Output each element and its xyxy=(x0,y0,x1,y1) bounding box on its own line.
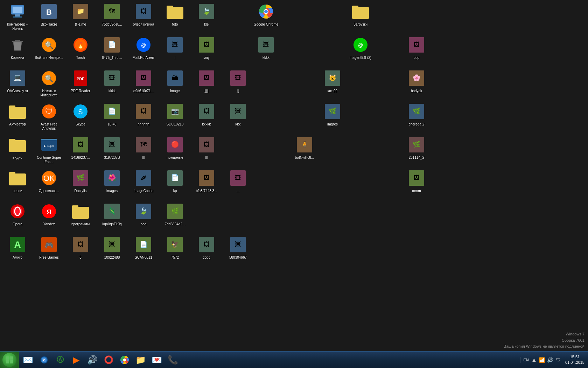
desktop-icon-continue[interactable]: ▶ Super Continue Super Fas... xyxy=(33,135,65,165)
svg-text:🖼: 🖼 xyxy=(140,74,147,81)
desktop-icon-261114[interactable]: 🌿 261114_2 xyxy=(401,135,432,161)
taskbar-skype[interactable]: 📞 xyxy=(165,353,181,367)
icon-label-opera: Opera xyxy=(13,222,22,226)
clock-area[interactable]: 15:51 01.04.2015 xyxy=(562,354,588,365)
desktop-icon-chereda2[interactable]: 🌿 chereda 2 xyxy=(401,102,432,128)
desktop-icon-imgres[interactable]: 🌿 imgres xyxy=(317,102,348,128)
desktop-icon-6475[interactable]: 📄 6475_Trifol... xyxy=(96,35,128,61)
desktop-icon-kqn0qh[interactable]: 🦎 kqn0qhTlKlg xyxy=(96,202,128,228)
desktop-icon-7dd3894d2[interactable]: 🌿 7dd3894d2... xyxy=(159,202,191,228)
desktop-icon-sdc10210[interactable]: 📷 SDC10210 xyxy=(159,102,191,128)
desktop-icon-lll[interactable]: 🗺 lll xyxy=(128,135,159,161)
desktop-icon-kkkk-img[interactable]: 🖼 kkkk xyxy=(250,35,282,61)
desktop-icon-7572[interactable]: 🦅 7572 xyxy=(159,235,191,261)
desktop-icon-lll2[interactable]: 🖼 lll xyxy=(191,135,222,161)
desktop-icon-image[interactable]: 🏔 image xyxy=(159,68,191,95)
svg-text:PDF: PDF xyxy=(77,77,84,81)
desktop-icon-voiti[interactable]: 🔍 Войти в Интерн... xyxy=(33,35,65,61)
tray-up-arrow[interactable]: ▲ xyxy=(531,357,538,363)
desktop-icon-vidio[interactable]: видио xyxy=(2,135,33,161)
desktop-icon-mailru[interactable]: @ Mail.Ru Агент xyxy=(128,35,159,61)
desktop-icon-freegames[interactable]: 🎮 Free Games xyxy=(33,235,65,261)
icon-image-kot09: 🐱 xyxy=(324,70,341,87)
svg-text:🖼: 🖼 xyxy=(235,241,241,248)
desktop-icon-images[interactable]: 🌺 images xyxy=(96,168,128,195)
desktop-icon-magent[interactable]: @ magent5.9 (2) xyxy=(345,35,376,61)
desktop-icon-opera[interactable]: Opera xyxy=(2,202,33,228)
desktop-icon-google-chrome[interactable]: Google Chrome xyxy=(250,2,282,28)
desktop-icon-iskat[interactable]: 🔍 Искать в Интернете xyxy=(33,68,65,99)
desktop-icon-10922488[interactable]: 🖼 10922488 xyxy=(96,235,128,261)
desktop-icon-bofNwHc8[interactable]: 🧍 bofNwHc8... xyxy=(289,135,320,161)
tray-network[interactable]: 📶 xyxy=(539,357,546,363)
desktop-icon-bfa8f[interactable]: 🖼 bfa8f7448f8... xyxy=(191,168,222,195)
desktop-icon-torch[interactable]: 🔥 Torch xyxy=(65,35,96,61)
taskbar-opera[interactable]: ⭕ xyxy=(101,353,116,367)
icon-label-bfa8f: bfa8f7448f8... xyxy=(196,189,217,193)
desktop-icon-6-file[interactable]: 🖼 6 xyxy=(65,235,96,261)
tray-volume-icon[interactable]: 🔊 xyxy=(547,357,554,363)
desktop-icon-imagecache[interactable]: 🌶 ImageCache xyxy=(128,168,159,195)
desktop-icon-downloads[interactable]: Загрузки xyxy=(345,2,376,28)
desktop-icon-i[interactable]: 🖼 i xyxy=(159,35,191,61)
desktop-icon-pdfreader[interactable]: PDF PDF Reader xyxy=(65,68,96,95)
desktop-icon-kkkk2[interactable]: 🖼 kkkk xyxy=(96,68,128,95)
start-button[interactable] xyxy=(0,352,19,368)
desktop-icon-korzina[interactable]: Корзина xyxy=(2,35,33,61)
desktop-icon-qqqq[interactable]: 🖼 qqqq xyxy=(191,235,222,261)
desktop-icon-yandex[interactable]: Я Yandex xyxy=(33,202,65,228)
desktop-icon-pesni[interactable]: песни xyxy=(2,168,33,195)
desktop-icon-tfile[interactable]: 📁 tfile.me xyxy=(65,2,96,28)
desktop-icon-aktivator[interactable]: Активатор xyxy=(2,102,33,128)
taskbar-volume[interactable]: 🔊 xyxy=(85,353,100,367)
windows-watermark: Windows 7 Сборка 7601 Ваша копия Windows… xyxy=(504,331,584,350)
desktop-icon-avast[interactable]: 🛡 Avast Free Antivirus xyxy=(33,102,65,132)
icon-image-foto xyxy=(167,3,183,20)
desktop-icon-amigo[interactable]: A Амиго xyxy=(2,235,33,261)
taskbar-mail[interactable]: ✉️ xyxy=(20,353,36,367)
desktop-icon-dactylis[interactable]: 🌿 Dactylis xyxy=(65,168,96,195)
taskbar-winamp[interactable]: ▶ xyxy=(69,353,84,367)
icon-label-image: image xyxy=(170,89,180,93)
desktop-icon-programmy[interactable]: программы xyxy=(65,202,96,228)
desktop-icon-580304667[interactable]: 🖼 580304667 xyxy=(222,235,254,261)
desktop-icon-kkkkk[interactable]: 🖼 kkkkk xyxy=(191,102,222,128)
taskbar-amigo[interactable]: Ⓐ xyxy=(52,353,68,367)
desktop-icon-jjjjj[interactable]: 🖼 jjjjj xyxy=(191,68,222,95)
desktop-icon-14169[interactable]: 🖼 14169237... xyxy=(65,135,96,161)
desktop-icon-kot09[interactable]: 🐱 кот 09 xyxy=(317,68,348,95)
desktop-icon-skype[interactable]: S Skype xyxy=(65,102,96,128)
taskbar-ie[interactable]: e xyxy=(36,353,52,367)
desktop-icon-ppp[interactable]: 🖼 ppp xyxy=(401,35,432,61)
desktop-icon-dotdotdot[interactable]: 🖼 ... xyxy=(222,168,254,195)
taskbar-chrome[interactable] xyxy=(117,353,132,367)
desktop-icon-computer[interactable]: Компьютер – Ярлык xyxy=(2,2,33,32)
desktop-icon-ovgorskiy[interactable]: 💻 OVGorskiy.ru xyxy=(2,68,33,95)
desktop-icon-1046[interactable]: 📄 10.46 xyxy=(96,102,128,128)
desktop-icon-foto[interactable]: foto xyxy=(159,2,191,28)
svg-text:🌿: 🌿 xyxy=(77,174,85,182)
desktop-icon-mmm[interactable]: 🖼 mmm xyxy=(401,168,432,195)
desktop-icon-myau[interactable]: 🖼 мяу xyxy=(191,35,222,61)
desktop-icon-pozharnyye[interactable]: 🔴 пожарные xyxy=(159,135,191,161)
desktop-icon-olesya[interactable]: 🖼 олеся кузина xyxy=(128,2,159,28)
desktop-icon-bodyak[interactable]: 🌸 bodyak xyxy=(401,68,432,95)
taskbar-folder[interactable]: 📁 xyxy=(133,353,148,367)
desktop-icon-odnoklassniki[interactable]: OK Однокласс... xyxy=(33,168,65,195)
tray-security[interactable]: 🛡 xyxy=(555,357,562,363)
desktop-icon-jjj[interactable]: 🖼 jjj xyxy=(222,68,254,95)
desktop-icon-kle[interactable]: 🍃 kle xyxy=(191,2,222,28)
desktop-icon-kp[interactable]: 📄 kp xyxy=(159,168,191,195)
taskbar-mailru[interactable]: 💌 xyxy=(149,353,164,367)
desktop-icon-ooo[interactable]: 🍃 ooo xyxy=(128,202,159,228)
icon-image-yandex: Я xyxy=(41,203,57,220)
icon-image-6475: 📄 xyxy=(104,36,120,53)
desktop-icon-scan0011[interactable]: 📄 SCAN0011 xyxy=(128,235,159,261)
desktop-icon-kkk[interactable]: 🖼 kkk xyxy=(222,102,254,128)
desktop-icon-d9d[interactable]: 🖼 d9d610c71... xyxy=(128,68,159,95)
desktop-icon-map75[interactable]: 🗺 75dc59de8... xyxy=(96,2,128,28)
desktop-icon-hhhhhh[interactable]: 🖼 hhhhhh xyxy=(128,102,159,128)
desktop-icon-3197237B[interactable]: 🖼 3197237B xyxy=(96,135,128,161)
icon-label-myau: мяу xyxy=(203,56,209,60)
desktop-icon-vkontakte[interactable]: B Вконтакте xyxy=(33,2,65,28)
